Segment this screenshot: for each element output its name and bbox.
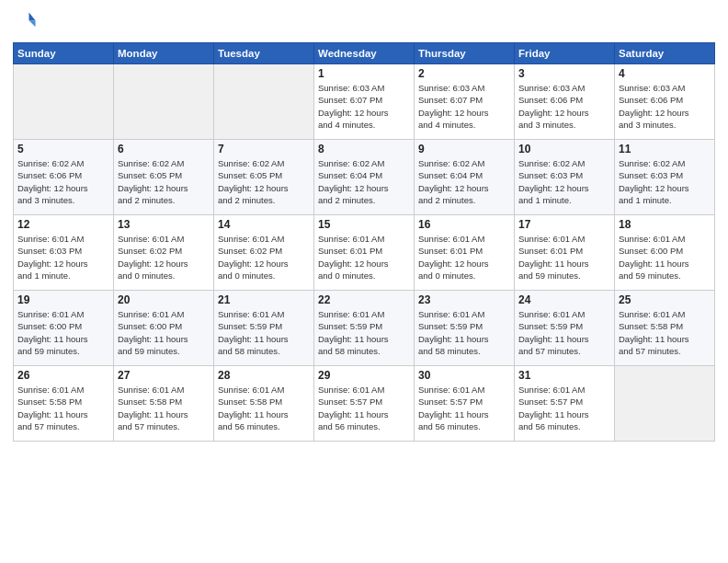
calendar-cell: 2Sunrise: 6:03 AM Sunset: 6:07 PM Daylig…	[415, 64, 515, 140]
day-number: 26	[17, 369, 109, 382]
weekday-header-friday: Friday	[515, 43, 615, 64]
day-info: Sunrise: 6:01 AM Sunset: 5:58 PM Dayligh…	[218, 384, 310, 432]
calendar-cell	[615, 366, 715, 442]
calendar-cell: 26Sunrise: 6:01 AM Sunset: 5:58 PM Dayli…	[14, 366, 114, 442]
day-number: 23	[418, 293, 510, 306]
day-number: 5	[17, 143, 109, 155]
day-info: Sunrise: 6:01 AM Sunset: 5:59 PM Dayligh…	[218, 308, 310, 357]
header	[13, 9, 715, 35]
day-info: Sunrise: 6:01 AM Sunset: 5:59 PM Dayligh…	[518, 308, 610, 357]
calendar-cell: 18Sunrise: 6:01 AM Sunset: 6:00 PM Dayli…	[615, 215, 715, 291]
day-info: Sunrise: 6:01 AM Sunset: 5:58 PM Dayligh…	[17, 384, 109, 432]
calendar-cell: 12Sunrise: 6:01 AM Sunset: 6:03 PM Dayli…	[14, 215, 114, 291]
day-info: Sunrise: 6:02 AM Sunset: 6:05 PM Dayligh…	[218, 157, 310, 206]
weekday-header-thursday: Thursday	[415, 43, 515, 64]
calendar-cell: 9Sunrise: 6:02 AM Sunset: 6:04 PM Daylig…	[415, 140, 515, 215]
calendar-cell	[14, 64, 114, 140]
day-number: 17	[518, 218, 610, 231]
day-info: Sunrise: 6:01 AM Sunset: 5:57 PM Dayligh…	[418, 384, 510, 432]
day-number: 1	[318, 67, 410, 80]
calendar-cell: 17Sunrise: 6:01 AM Sunset: 6:01 PM Dayli…	[515, 215, 615, 291]
day-info: Sunrise: 6:03 AM Sunset: 6:06 PM Dayligh…	[619, 82, 711, 131]
weekday-header-wednesday: Wednesday	[314, 43, 415, 64]
day-info: Sunrise: 6:03 AM Sunset: 6:06 PM Dayligh…	[518, 82, 610, 131]
calendar-cell: 31Sunrise: 6:01 AM Sunset: 5:57 PM Dayli…	[515, 366, 615, 442]
day-info: Sunrise: 6:01 AM Sunset: 6:02 PM Dayligh…	[218, 233, 310, 282]
day-number: 30	[418, 369, 510, 382]
calendar-cell: 27Sunrise: 6:01 AM Sunset: 5:58 PM Dayli…	[114, 366, 214, 442]
calendar-cell: 8Sunrise: 6:02 AM Sunset: 6:04 PM Daylig…	[314, 140, 415, 215]
day-info: Sunrise: 6:01 AM Sunset: 5:59 PM Dayligh…	[318, 308, 410, 357]
day-number: 21	[218, 293, 310, 306]
logo	[13, 9, 42, 35]
calendar: SundayMondayTuesdayWednesdayThursdayFrid…	[13, 42, 715, 442]
day-info: Sunrise: 6:02 AM Sunset: 6:04 PM Dayligh…	[418, 157, 510, 206]
calendar-cell: 15Sunrise: 6:01 AM Sunset: 6:01 PM Dayli…	[314, 215, 415, 291]
calendar-cell: 22Sunrise: 6:01 AM Sunset: 5:59 PM Dayli…	[314, 291, 415, 366]
calendar-cell: 29Sunrise: 6:01 AM Sunset: 5:57 PM Dayli…	[314, 366, 415, 442]
calendar-cell: 6Sunrise: 6:02 AM Sunset: 6:05 PM Daylig…	[114, 140, 214, 215]
calendar-cell: 14Sunrise: 6:01 AM Sunset: 6:02 PM Dayli…	[214, 215, 314, 291]
day-info: Sunrise: 6:02 AM Sunset: 6:03 PM Dayligh…	[619, 157, 711, 206]
calendar-cell: 20Sunrise: 6:01 AM Sunset: 6:00 PM Dayli…	[114, 291, 214, 366]
calendar-cell: 4Sunrise: 6:03 AM Sunset: 6:06 PM Daylig…	[615, 64, 715, 140]
day-info: Sunrise: 6:02 AM Sunset: 6:04 PM Dayligh…	[318, 157, 410, 206]
calendar-cell: 3Sunrise: 6:03 AM Sunset: 6:06 PM Daylig…	[515, 64, 615, 140]
calendar-cell	[114, 64, 214, 140]
weekday-header-row: SundayMondayTuesdayWednesdayThursdayFrid…	[14, 43, 715, 64]
day-number: 24	[518, 293, 610, 306]
calendar-cell	[214, 64, 314, 140]
week-row-3: 12Sunrise: 6:01 AM Sunset: 6:03 PM Dayli…	[14, 215, 715, 291]
day-number: 13	[118, 218, 210, 231]
weekday-header-saturday: Saturday	[615, 43, 715, 64]
day-info: Sunrise: 6:01 AM Sunset: 6:03 PM Dayligh…	[17, 233, 109, 282]
day-info: Sunrise: 6:01 AM Sunset: 6:00 PM Dayligh…	[619, 233, 711, 282]
day-number: 28	[218, 369, 310, 382]
page: SundayMondayTuesdayWednesdayThursdayFrid…	[0, 0, 728, 563]
day-number: 16	[418, 218, 510, 231]
svg-marker-1	[29, 20, 36, 27]
day-info: Sunrise: 6:01 AM Sunset: 6:02 PM Dayligh…	[118, 233, 210, 282]
day-number: 11	[619, 143, 711, 155]
day-info: Sunrise: 6:01 AM Sunset: 5:58 PM Dayligh…	[118, 384, 210, 432]
day-info: Sunrise: 6:01 AM Sunset: 6:01 PM Dayligh…	[318, 233, 410, 282]
day-number: 25	[619, 293, 711, 306]
day-number: 8	[318, 143, 410, 155]
day-info: Sunrise: 6:02 AM Sunset: 6:03 PM Dayligh…	[518, 157, 610, 206]
day-number: 18	[619, 218, 711, 231]
calendar-cell: 11Sunrise: 6:02 AM Sunset: 6:03 PM Dayli…	[615, 140, 715, 215]
calendar-cell: 7Sunrise: 6:02 AM Sunset: 6:05 PM Daylig…	[214, 140, 314, 215]
day-number: 15	[318, 218, 410, 231]
day-number: 2	[418, 67, 510, 80]
logo-icon	[13, 9, 39, 35]
calendar-cell: 1Sunrise: 6:03 AM Sunset: 6:07 PM Daylig…	[314, 64, 415, 140]
day-number: 31	[518, 369, 610, 382]
calendar-cell: 19Sunrise: 6:01 AM Sunset: 6:00 PM Dayli…	[14, 291, 114, 366]
day-info: Sunrise: 6:01 AM Sunset: 5:59 PM Dayligh…	[418, 308, 510, 357]
svg-marker-0	[29, 13, 36, 21]
day-number: 4	[619, 67, 711, 80]
day-number: 22	[318, 293, 410, 306]
day-number: 14	[218, 218, 310, 231]
day-info: Sunrise: 6:01 AM Sunset: 6:01 PM Dayligh…	[518, 233, 610, 282]
calendar-cell: 10Sunrise: 6:02 AM Sunset: 6:03 PM Dayli…	[515, 140, 615, 215]
day-number: 20	[118, 293, 210, 306]
day-info: Sunrise: 6:02 AM Sunset: 6:06 PM Dayligh…	[17, 157, 109, 206]
calendar-cell: 23Sunrise: 6:01 AM Sunset: 5:59 PM Dayli…	[415, 291, 515, 366]
day-number: 9	[418, 143, 510, 155]
day-info: Sunrise: 6:03 AM Sunset: 6:07 PM Dayligh…	[318, 82, 410, 131]
week-row-4: 19Sunrise: 6:01 AM Sunset: 6:00 PM Dayli…	[14, 291, 715, 366]
weekday-header-sunday: Sunday	[14, 43, 114, 64]
day-info: Sunrise: 6:01 AM Sunset: 6:00 PM Dayligh…	[118, 308, 210, 357]
weekday-header-tuesday: Tuesday	[214, 43, 314, 64]
day-info: Sunrise: 6:02 AM Sunset: 6:05 PM Dayligh…	[118, 157, 210, 206]
weekday-header-monday: Monday	[114, 43, 214, 64]
day-number: 7	[218, 143, 310, 155]
day-info: Sunrise: 6:03 AM Sunset: 6:07 PM Dayligh…	[418, 82, 510, 131]
day-number: 19	[17, 293, 109, 306]
calendar-cell: 25Sunrise: 6:01 AM Sunset: 5:58 PM Dayli…	[615, 291, 715, 366]
calendar-cell: 16Sunrise: 6:01 AM Sunset: 6:01 PM Dayli…	[415, 215, 515, 291]
week-row-2: 5Sunrise: 6:02 AM Sunset: 6:06 PM Daylig…	[14, 140, 715, 215]
day-number: 27	[118, 369, 210, 382]
day-info: Sunrise: 6:01 AM Sunset: 5:58 PM Dayligh…	[619, 308, 711, 357]
